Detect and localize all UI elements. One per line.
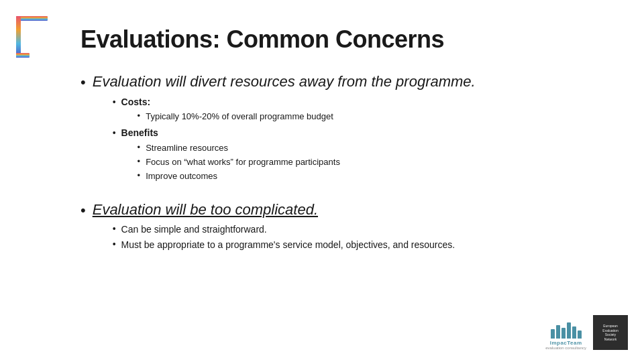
bar-1 bbox=[551, 329, 555, 339]
svg-rect-0 bbox=[16, 16, 48, 21]
slide-title: Evaluations: Common Concerns bbox=[80, 25, 444, 54]
section2-main-bullet: • Evaluation will be too complicated. • … bbox=[80, 200, 604, 254]
section2-bullet-0: • bbox=[113, 223, 116, 234]
slide: Evaluations: Common Concerns • Evaluatio… bbox=[0, 0, 644, 362]
bar-3 bbox=[561, 328, 566, 339]
section2-bullet-1: • bbox=[113, 239, 116, 249]
impactteam-name: ImpacTeam bbox=[550, 340, 582, 346]
section2-sub-list: • Can be simple and straightforward. • M… bbox=[113, 223, 455, 251]
logo-bars-icon bbox=[551, 322, 582, 339]
bar-5 bbox=[572, 326, 576, 339]
costs-child-bullet: • bbox=[138, 111, 141, 121]
benefits-bullet: • bbox=[113, 127, 116, 138]
logos-area: ImpacTeam evaluation consultancy Europea… bbox=[545, 315, 628, 350]
benefits-sub-list: • Streamline resources • Focus on “what … bbox=[138, 142, 340, 183]
bar-4 bbox=[567, 322, 571, 339]
section2-bullet-dot: • bbox=[80, 202, 86, 219]
benefits-item: • Benefits • Streamline resources • bbox=[113, 127, 476, 184]
section1-main-text: Evaluation will divert resources away fr… bbox=[93, 73, 476, 90]
slide-title-row: Evaluations: Common Concerns bbox=[80, 25, 604, 54]
costs-bullet: • bbox=[113, 97, 116, 107]
benefits-label: Benefits bbox=[121, 127, 158, 138]
costs-child-0: • Typically 10%-20% of overall programme… bbox=[138, 111, 333, 123]
section2-item-0: • Can be simple and straightforward. bbox=[113, 223, 455, 237]
benefits-text-0: Streamline resources bbox=[146, 142, 228, 154]
second-logo-text: EuropeanEvaluationSocietyNetwork bbox=[602, 324, 618, 341]
section2-text-1: Must be appropriate to a programme's ser… bbox=[121, 239, 455, 252]
benefits-bullet-0: • bbox=[138, 142, 141, 152]
second-logo: EuropeanEvaluationSocietyNetwork bbox=[593, 315, 628, 350]
section2-text-0: Can be simple and straightforward. bbox=[121, 223, 267, 237]
costs-item: • Costs: • Typically 10%-20% of overall … bbox=[113, 96, 476, 125]
section2-main-text: Evaluation will be too complicated. bbox=[93, 201, 318, 218]
section2-item-1: • Must be appropriate to a programme's s… bbox=[113, 239, 455, 252]
costs-child-text: Typically 10%-20% of overall programme b… bbox=[146, 111, 333, 123]
benefits-bullet-2: • bbox=[138, 170, 141, 180]
benefits-text-2: Improve outcomes bbox=[146, 170, 217, 182]
costs-sub-list: • Typically 10%-20% of overall programme… bbox=[138, 111, 333, 123]
impactteam-logo: ImpacTeam evaluation consultancy bbox=[545, 322, 586, 350]
benefits-bullet-1: • bbox=[138, 156, 141, 166]
section1-bullet-dot: • bbox=[80, 74, 86, 91]
bar-2 bbox=[556, 325, 560, 339]
benefits-child-2: • Improve outcomes bbox=[138, 170, 340, 182]
benefits-child-1: • Focus on “what works” for programme pa… bbox=[138, 156, 340, 168]
benefits-child-0: • Streamline resources bbox=[138, 142, 340, 154]
costs-label: Costs: bbox=[121, 97, 151, 107]
svg-rect-1 bbox=[16, 16, 21, 58]
corner-accent-icon bbox=[13, 13, 50, 60]
bar-6 bbox=[578, 330, 582, 339]
section1-sub-list: • Costs: • Typically 10%-20% of overall … bbox=[113, 96, 476, 185]
benefits-text-1: Focus on “what works” for programme part… bbox=[146, 156, 340, 168]
section1-main-bullet: • Evaluation will divert resources away … bbox=[80, 72, 604, 187]
impactteam-sub: evaluation consultancy bbox=[545, 346, 586, 350]
svg-rect-2 bbox=[16, 53, 30, 58]
slide-content: • Evaluation will divert resources away … bbox=[80, 72, 604, 253]
